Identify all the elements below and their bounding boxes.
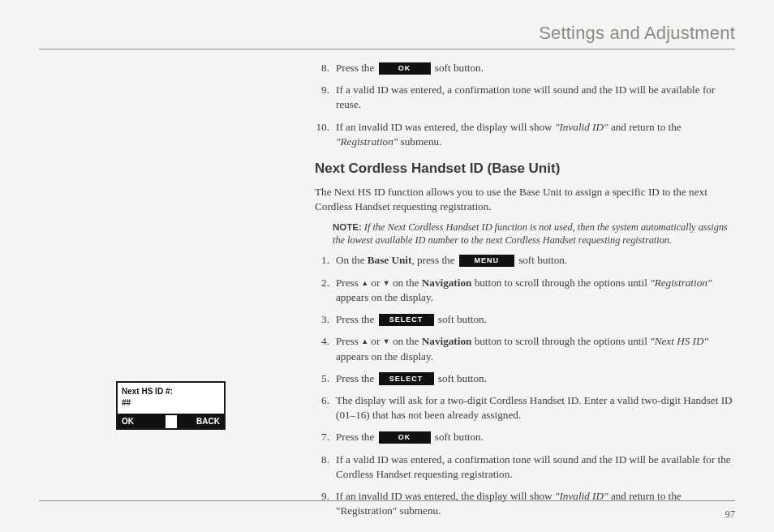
text: If an invalid ID was entered, the displa…	[336, 121, 555, 133]
text: on the	[390, 335, 422, 347]
step-5: 5. Press the SELECT soft button.	[315, 371, 735, 386]
text: Press	[336, 277, 361, 289]
select-soft-button-icon: SELECT	[379, 314, 434, 326]
lcd-line2: ##	[122, 397, 220, 409]
step-8b: 8. If a valid ID was entered, a confirma…	[315, 453, 735, 482]
step-number: 9.	[315, 489, 336, 518]
text-italic: "Next HS ID"	[650, 335, 708, 347]
step-7: 7. Press the OK soft button.	[315, 430, 735, 444]
step-number: 9.	[315, 83, 336, 112]
text: button to scroll through the options unt…	[471, 335, 650, 347]
note-label: NOTE:	[333, 222, 362, 232]
up-arrow-icon: ▲	[361, 337, 368, 345]
text: or	[368, 277, 383, 289]
step-text: Press ▲ or ▼ on the Navigation button to…	[336, 334, 735, 363]
step-text: Press the OK soft button.	[336, 430, 735, 444]
step-number: 7.	[315, 430, 336, 444]
step-number: 1.	[315, 253, 336, 268]
text-italic: "Invalid ID"	[555, 121, 608, 133]
text: Press the	[336, 431, 377, 443]
step-text: If an invalid ID was entered, the displa…	[336, 489, 735, 518]
text: On the	[336, 254, 368, 266]
text-italic: "Registration"	[650, 277, 712, 289]
text: , press the	[411, 254, 457, 266]
step-number: 8.	[315, 453, 336, 482]
text-italic: "Registration"	[336, 135, 398, 148]
text-bold: Base Unit	[368, 254, 412, 266]
menu-soft-button-icon: MENU	[459, 255, 514, 267]
ok-soft-button-icon: OK	[379, 431, 431, 444]
text: soft button.	[516, 254, 567, 266]
step-text: If a valid ID was entered, a confirmatio…	[336, 453, 735, 482]
text: Press the	[336, 313, 377, 325]
lcd-back-label: BACK	[177, 415, 225, 428]
left-column: Next HS ID #: ## OK BACK	[39, 61, 315, 483]
note-paragraph: NOTE: If the Next Cordless Handset ID fu…	[315, 221, 735, 253]
step-number: 6.	[315, 393, 336, 423]
text: button to scroll through the options unt…	[471, 277, 650, 289]
step-4: 4. Press ▲ or ▼ on the Navigation button…	[315, 334, 735, 363]
lcd-softkeys: OK BACK	[118, 415, 224, 428]
step-text: Press ▲ or ▼ on the Navigation button to…	[336, 276, 735, 305]
step-2: 2. Press ▲ or ▼ on the Navigation button…	[315, 276, 735, 305]
step-text: On the Base Unit, press the MENU soft bu…	[336, 253, 735, 268]
procedure-steps: 1. On the Base Unit, press the MENU soft…	[315, 253, 735, 518]
text-bold: Navigation	[422, 335, 472, 347]
step-number: 5.	[315, 371, 336, 386]
text: soft button.	[432, 62, 484, 74]
step-number: 8.	[315, 61, 336, 75]
text: Press the	[336, 372, 377, 384]
text: appears on the display.	[336, 350, 433, 363]
up-arrow-icon: ▲	[361, 279, 368, 287]
intro-paragraph: The Next HS ID function allows you to us…	[315, 185, 735, 214]
top-rule	[39, 49, 735, 49]
lcd-top: Next HS ID #: ##	[118, 383, 224, 414]
text: soft button.	[436, 313, 487, 325]
text: appears on the display.	[336, 291, 433, 303]
step-text: If a valid ID was entered, a confirmatio…	[336, 83, 735, 112]
text: Press the	[336, 62, 377, 74]
section-header: Settings and Adjustment	[39, 23, 735, 44]
right-column: 8. Press the OK soft button. 9. If a val…	[315, 61, 735, 526]
step-number: 3.	[315, 312, 336, 327]
step-text: Press the OK soft button.	[336, 61, 735, 75]
text-bold: Navigation	[422, 277, 472, 289]
down-arrow-icon: ▼	[383, 279, 390, 287]
step-10: 10. If an invalid ID was entered, the di…	[315, 120, 735, 149]
step-9: 9. If a valid ID was entered, a confirma…	[315, 83, 735, 112]
note-text: If the Next Cordless Handset ID function…	[333, 221, 728, 246]
step-text: The display will ask for a two-digit Cor…	[336, 393, 735, 423]
step-6: 6. The display will ask for a two-digit …	[315, 393, 735, 423]
text: or	[368, 335, 383, 347]
content-area: Next HS ID #: ## OK BACK 8. Press the OK…	[39, 61, 735, 526]
step-3: 3. Press the SELECT soft button.	[315, 312, 735, 327]
text: and return to the	[608, 121, 682, 133]
top-step-list: 8. Press the OK soft button. 9. If a val…	[315, 61, 735, 149]
step-number: 10.	[315, 120, 336, 149]
step-1: 1. On the Base Unit, press the MENU soft…	[315, 253, 735, 268]
page-number: 97	[725, 508, 736, 521]
subsection-heading: Next Cordless Handset ID (Base Unit)	[315, 159, 735, 178]
step-8: 8. Press the OK soft button.	[315, 61, 735, 75]
text: soft button.	[436, 372, 487, 384]
lcd-line1: Next HS ID #:	[122, 386, 220, 397]
step-text: Press the SELECT soft button.	[336, 371, 735, 386]
step-text: If an invalid ID was entered, the displa…	[336, 120, 735, 149]
lcd-gap	[166, 415, 177, 428]
lcd-display-illustration: Next HS ID #: ## OK BACK	[116, 381, 226, 430]
down-arrow-icon: ▼	[383, 337, 390, 345]
text: Press	[336, 335, 361, 347]
step-number: 2.	[315, 276, 336, 305]
step-9b: 9. If an invalid ID was entered, the dis…	[315, 489, 735, 518]
step-text: Press the SELECT soft button.	[336, 312, 735, 327]
text: soft button.	[432, 431, 484, 443]
step-number: 4.	[315, 334, 336, 363]
bottom-rule	[39, 500, 735, 501]
lcd-ok-label: OK	[118, 415, 166, 428]
text: on the	[390, 277, 422, 289]
select-soft-button-icon: SELECT	[379, 372, 434, 384]
ok-soft-button-icon: OK	[379, 62, 431, 75]
text: submenu.	[398, 135, 441, 148]
